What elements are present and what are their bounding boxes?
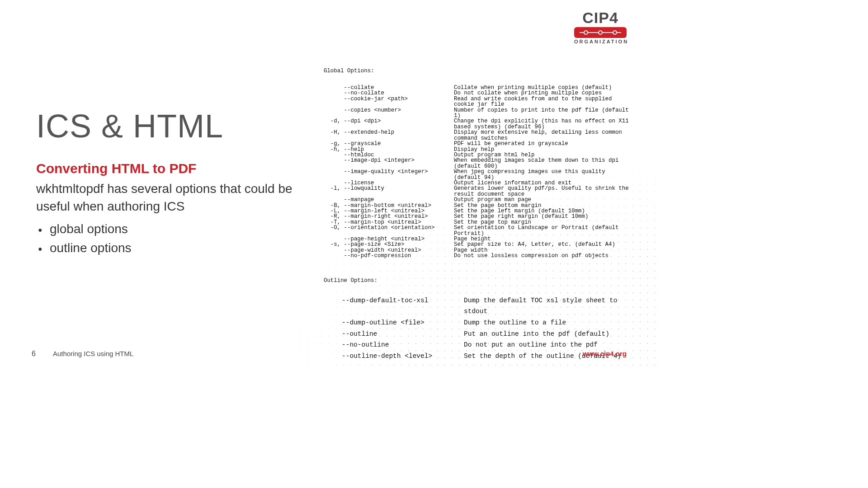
option-switch: --dump-default-toc-xsl xyxy=(324,295,459,317)
page-subtitle: Converting HTML to PDF xyxy=(36,161,316,176)
global-options-header: Global Options: xyxy=(324,68,631,74)
option-switch: -R, --margin-right <unitreal> xyxy=(324,214,454,219)
option-row: -g, --grayscalePDF will be generated in … xyxy=(324,141,631,146)
option-description: Dump the default TOC xsl style sheet to … xyxy=(459,295,631,317)
slide-footer: 6 Authoring ICS using HTML www.cip4.org xyxy=(0,350,658,358)
option-description: Put an outline into the pdf (default) xyxy=(459,328,631,340)
option-switch: -H, --extended-help xyxy=(324,130,454,141)
option-description: Output program man page xyxy=(454,197,631,202)
option-description: Read and write cookies from and to the s… xyxy=(454,96,631,108)
option-description: Do not collate when printing multiple co… xyxy=(454,90,631,96)
outline-options-header: Outline Options: xyxy=(324,278,631,283)
logo-bar-icon xyxy=(574,27,627,38)
option-description: Do not put an outline into the pdf xyxy=(459,339,631,351)
page-title: ICS & HTML xyxy=(36,108,316,145)
option-switch: --copies <number> xyxy=(324,108,454,119)
option-description: Set the page right margin (default 10mm) xyxy=(454,214,631,219)
option-row: --outlinePut an outline into the pdf (de… xyxy=(324,328,631,340)
option-row: -d, --dpi <dpi>Change the dpi explicitly… xyxy=(324,118,631,130)
option-switch: --manpage xyxy=(324,197,454,202)
option-row: --image-dpi <integer>When embedding imag… xyxy=(324,158,631,169)
option-description: Do not use lossless compression on pdf o… xyxy=(454,253,631,258)
option-row: --image-quality <integer>When jpeg compr… xyxy=(324,169,631,180)
option-switch: --no-outline xyxy=(324,339,459,351)
option-switch: -d, --dpi <dpi> xyxy=(324,118,454,130)
option-row: --dump-default-toc-xslDump the default T… xyxy=(324,295,631,317)
bullet-list: global options outline options xyxy=(36,220,316,258)
option-row: -s, --page-size <Size>Set paper size to:… xyxy=(324,242,631,247)
option-switch: --outline xyxy=(324,328,459,340)
option-description: When embedding images scale them down to… xyxy=(454,158,631,169)
option-row: --no-pdf-compressionDo not use lossless … xyxy=(324,253,631,258)
option-switch: -g, --grayscale xyxy=(324,141,454,146)
option-description: Generates lower quality pdf/ps. Useful t… xyxy=(454,186,631,197)
list-item: global options xyxy=(50,220,316,239)
page-number: 6 xyxy=(32,350,36,358)
option-switch: -s, --page-size <Size> xyxy=(324,242,454,247)
option-description: PDF will be generated in grayscale xyxy=(454,141,631,146)
option-description: Number of copies to print into the pdf f… xyxy=(454,108,631,119)
option-row: --dump-outline <file>Dump the outline to… xyxy=(324,317,631,328)
list-item: outline options xyxy=(50,239,316,258)
option-row: --manpageOutput program man page xyxy=(324,197,631,202)
option-switch: -l, --lowquality xyxy=(324,186,454,197)
options-text-block: Global Options: --collateCollate when pr… xyxy=(324,57,631,367)
option-description: Change the dpi explicitly (this has no e… xyxy=(454,118,631,130)
option-description: Set orientation to Landscape or Portrait… xyxy=(454,225,631,236)
option-row: -R, --margin-right <unitreal>Set the pag… xyxy=(324,214,631,219)
footer-url: www.cip4.org xyxy=(583,350,627,357)
option-row: --no-collateDo not collate when printing… xyxy=(324,90,631,96)
slide-body-left: ICS & HTML Converting HTML to PDF wkhtml… xyxy=(36,108,316,258)
option-switch: --image-dpi <integer> xyxy=(324,158,454,169)
option-switch: --no-collate xyxy=(324,90,454,96)
logo-text-top: CIP4 xyxy=(574,10,627,25)
option-row: --copies <number>Number of copies to pri… xyxy=(324,108,631,119)
option-row: -O, --orientation <orientation>Set orien… xyxy=(324,225,631,236)
option-description: Set paper size to: A4, Letter, etc. (def… xyxy=(454,242,631,247)
option-switch: -O, --orientation <orientation> xyxy=(324,225,454,236)
option-description: When jpeg compressing images use this qu… xyxy=(454,169,631,180)
logo-text-bottom: ORGANIZATION xyxy=(574,39,627,44)
option-switch: --cookie-jar <path> xyxy=(324,96,454,108)
option-row: -l, --lowqualityGenerates lower quality … xyxy=(324,186,631,197)
option-description: Display more extensive help, detailing l… xyxy=(454,130,631,141)
option-row: --cookie-jar <path>Read and write cookie… xyxy=(324,96,631,108)
option-row: --no-outlineDo not put an outline into t… xyxy=(324,339,631,351)
cip4-logo: CIP4 ORGANIZATION xyxy=(574,10,627,44)
option-switch: --no-pdf-compression xyxy=(324,253,454,258)
option-switch: --dump-outline <file> xyxy=(324,317,459,328)
option-description: Dump the outline to a file xyxy=(459,317,631,328)
page-description: wkhtmltopdf has several options that cou… xyxy=(36,180,316,215)
option-row: -H, --extended-helpDisplay more extensiv… xyxy=(324,130,631,141)
footer-title: Authoring ICS using HTML xyxy=(53,350,133,357)
option-switch: --image-quality <integer> xyxy=(324,169,454,180)
